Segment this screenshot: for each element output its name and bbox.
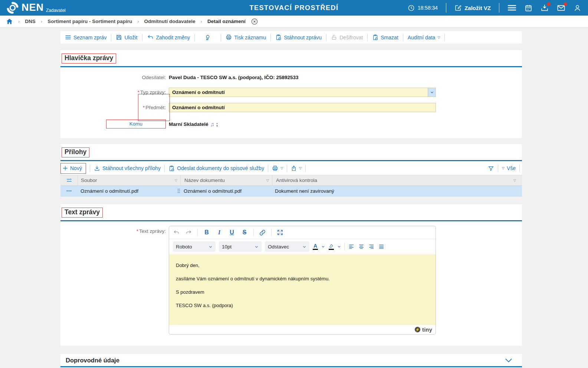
section-title: Přílohy: [65, 148, 86, 156]
delete-button[interactable]: Smazat: [372, 34, 398, 40]
strikethrough-button[interactable]: S: [241, 229, 248, 236]
undo-icon[interactable]: [173, 229, 180, 236]
section-attachments: Přílohy Nový Stáhnout všechny přílohy: [60, 144, 522, 196]
print-attachments-button[interactable]: ▽: [272, 165, 283, 172]
table-row[interactable]: Oznámení o odmítnutí.pdf Oznámení o odmí…: [60, 186, 522, 196]
clipboard-send-icon: [168, 165, 175, 172]
decrypt-button[interactable]: Dešifrovat: [331, 34, 363, 40]
download-all-attachments-button[interactable]: Stáhnout všechny přílohy: [94, 165, 161, 172]
font-family-select[interactable]: Roboto: [173, 241, 216, 252]
section-message-text: Text zprávy *Text zprávy: B I U: [60, 204, 522, 346]
breadcrumb: › DNS › Sortiment papíru - Sortiment pap…: [0, 16, 588, 27]
breadcrumb-item-odmitnuti[interactable]: Odmítnutí dodavatele: [144, 19, 196, 24]
align-right-icon[interactable]: [368, 244, 375, 250]
dropdown-arrow-icon: ▽: [502, 166, 505, 170]
toolbar-separator: [519, 165, 520, 172]
new-attachment-button[interactable]: Nový: [60, 163, 86, 174]
toolbar-separator: [287, 165, 287, 172]
text-color-letter: A: [313, 244, 317, 248]
print-record-button[interactable]: Tisk záznamu: [226, 34, 266, 40]
download-message-button[interactable]: Stáhnout zprávu: [275, 34, 322, 40]
breadcrumb-item-dns[interactable]: DNS: [25, 19, 36, 24]
music-note-icon: ♫: [210, 121, 214, 127]
fullscreen-icon[interactable]: [277, 229, 283, 236]
font-size-select[interactable]: 10pt: [219, 241, 262, 252]
create-vz-button[interactable]: Založit VZ: [454, 4, 491, 12]
link-icon[interactable]: [259, 229, 266, 236]
align-justify-icon[interactable]: [378, 244, 385, 250]
notification-dot: [547, 2, 551, 6]
calendar-icon[interactable]: [525, 4, 532, 12]
export-attachments-button[interactable]: ▽: [291, 165, 302, 172]
rich-text-editor[interactable]: B I U S Roboto: [169, 226, 436, 335]
editor-toolbar-row1: B I U S: [169, 226, 436, 239]
messages-button[interactable]: [557, 4, 565, 12]
filter-arrow-icon[interactable]: ▽: [513, 179, 519, 182]
sender-label: Odesílatel:: [60, 75, 169, 80]
filter-arrow-icon[interactable]: ▽: [266, 179, 272, 182]
toolbar-separator: [194, 34, 195, 41]
nen-logo-icon: [7, 2, 19, 14]
editor-content[interactable]: Dobrý den,zasíláme Vám oznámení o odmítn…: [169, 254, 436, 325]
close-icon[interactable]: [251, 18, 258, 25]
chevron-down-icon[interactable]: [428, 88, 436, 97]
toolbar-separator: [326, 34, 326, 41]
save-button[interactable]: Uložit: [116, 34, 137, 40]
filter-icon[interactable]: [488, 165, 494, 172]
drag-handle-icon[interactable]: [177, 188, 180, 193]
recipients-button[interactable]: Komu: [106, 120, 166, 128]
clipboard-download-icon: [275, 34, 282, 40]
toolbar-separator: [90, 165, 90, 172]
text-color-button[interactable]: A: [313, 244, 318, 250]
send-to-filing-service-button[interactable]: Odeslat dokumenty do spisové služby: [168, 165, 264, 172]
column-header-doc-name[interactable]: Název dokumentu ▽: [181, 178, 272, 183]
breadcrumb-item-sortiment[interactable]: Sortiment papíru - Sortiment papíru: [47, 19, 132, 24]
bold-button[interactable]: B: [203, 229, 210, 236]
discard-changes-button[interactable]: Zahodit změny: [147, 34, 190, 40]
toolbar-separator: [111, 34, 111, 41]
user-icon[interactable]: [574, 4, 581, 12]
block-format-select[interactable]: Odstavec: [265, 241, 309, 252]
chevron-down-icon[interactable]: [321, 245, 325, 248]
align-left-icon[interactable]: [348, 244, 355, 250]
highlight-color-button[interactable]: [328, 244, 334, 250]
section-accompanying-data: Doprovodné údaje: [60, 354, 522, 367]
chevron-down-icon[interactable]: [337, 245, 341, 248]
inbox-download-button[interactable]: [541, 4, 549, 12]
row-menu-cell[interactable]: [60, 190, 78, 192]
section-title: Text zprávy: [65, 208, 100, 216]
chevron-down-icon: [254, 245, 259, 249]
toolbar-separator: [268, 165, 268, 172]
chevron-down-icon: [208, 245, 213, 249]
view-all-filter-button[interactable]: ▽ Vše: [502, 165, 516, 171]
nen-logo[interactable]: NEN Zadavatel: [7, 2, 66, 14]
underline-button[interactable]: U: [228, 229, 236, 236]
message-type-row: *Typ zprávy: Oznámení o odmítnutí: [60, 88, 522, 97]
italic-button[interactable]: I: [216, 229, 223, 236]
home-icon[interactable]: [6, 18, 13, 25]
column-header-file[interactable]: Soubor ▽: [78, 178, 180, 183]
attachments-toolbar: Nový Stáhnout všechny přílohy Odeslat do…: [60, 161, 522, 175]
filter-arrow-icon[interactable]: ▽: [175, 179, 180, 182]
menu-icon[interactable]: [507, 4, 516, 12]
toolbar-separator: [367, 34, 368, 41]
subject-input[interactable]: Oznámení o odmítnutí: [169, 103, 436, 112]
cell-doc-name: Oznámení o odmítnutí.pdf: [180, 188, 271, 194]
column-header-antivirus[interactable]: Antivirová kontrola ▽: [272, 178, 522, 183]
redo-icon[interactable]: [185, 229, 192, 236]
brand-name: NEN: [22, 2, 44, 13]
dropdown-arrow-icon: ▽: [299, 166, 302, 170]
editor-separator: [197, 229, 198, 236]
audit-data-button[interactable]: Auditní data ▽: [408, 35, 440, 40]
align-center-icon[interactable]: [358, 244, 365, 250]
unlock-icon: [331, 34, 337, 40]
certificate-button[interactable]: [204, 34, 211, 41]
chevron-down-icon[interactable]: [505, 358, 512, 363]
message-type-select[interactable]: Oznámení o odmítnutí: [169, 88, 436, 97]
message-list-button[interactable]: Seznam zpráv: [65, 34, 106, 40]
column-settings-cell[interactable]: [60, 177, 78, 183]
toolbar-separator: [305, 165, 306, 172]
section-title: Hlavička zprávy: [65, 54, 113, 62]
edit-icon: [454, 4, 461, 12]
toolbar-separator: [498, 165, 498, 172]
